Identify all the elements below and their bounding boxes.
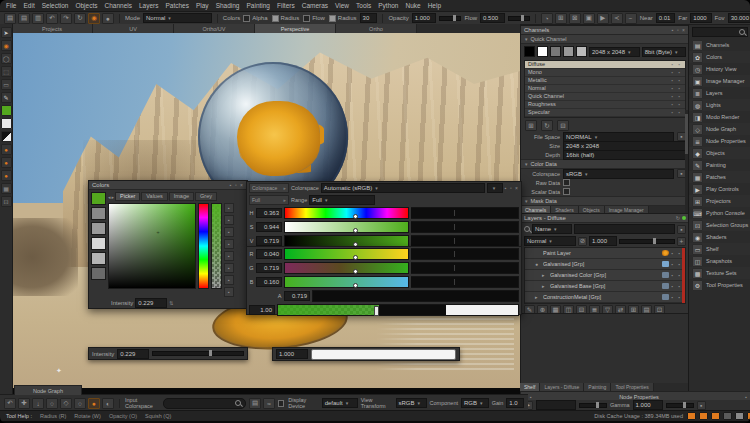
slider-value-field[interactable]: 0.363 (256, 208, 282, 218)
dock-tab[interactable]: Layers - Diffuse (540, 383, 584, 391)
channel-color-swatch[interactable] (576, 46, 587, 57)
color-swatch[interactable] (91, 252, 106, 265)
slider-value-field[interactable]: 0.160 (256, 277, 282, 287)
channel-row[interactable]: Metallic ▪ ▪ (525, 77, 685, 85)
lut-field[interactable] (536, 400, 576, 410)
tool-icon[interactable]: ● (1, 144, 12, 155)
slider-handle[interactable] (353, 214, 358, 219)
menu-item[interactable]: File (6, 2, 16, 9)
scalar-data-checkbox[interactable] (563, 188, 570, 195)
resolution-dropdown[interactable]: 2048 x 2048 (589, 47, 640, 57)
layers-panel-titlebar[interactable]: Layers - Diffuse ↻ (521, 214, 689, 223)
color-data-section[interactable]: ▼ Color Data (521, 159, 689, 169)
gain-field[interactable]: 1.0 (506, 398, 524, 408)
palette-item[interactable]: ▤ Channels (689, 39, 750, 51)
toolbar-icon[interactable]: ▤ (18, 13, 30, 24)
colors-tab[interactable]: Picker (115, 192, 140, 201)
picker-option-icon[interactable]: ▪ (224, 275, 234, 285)
palette-item[interactable]: ≣ Layers (689, 87, 750, 99)
file-space-dropdown[interactable]: NORMAL (563, 132, 674, 142)
color-swatch[interactable] (91, 207, 106, 220)
radius-field[interactable]: 30 (360, 13, 378, 23)
toolbar-icon[interactable]: − (625, 13, 637, 24)
color-swatch[interactable] (91, 192, 106, 205)
intensity-field[interactable]: 0.229 (117, 349, 149, 359)
toolbar-icon[interactable]: ● (102, 13, 114, 24)
palette-item[interactable]: ✎ Painting (689, 159, 750, 171)
toolbar-icon[interactable]: ▤ (4, 13, 16, 24)
color-managed-checkbox[interactable] (278, 400, 284, 407)
slider-value-field[interactable]: 0.040 (256, 249, 282, 259)
menu-item[interactable]: Painting (246, 2, 270, 9)
layer-caret-icon[interactable]: ▸ (535, 294, 540, 300)
value-slider-bar[interactable] (311, 349, 456, 360)
tool-icon[interactable]: ✎ (1, 92, 12, 103)
channel-color-swatch[interactable] (563, 46, 574, 57)
slider-gradient-strip[interactable] (284, 248, 409, 260)
palette-item[interactable]: ▩ Texture Sets (689, 267, 750, 279)
palette-item[interactable]: ◉ Shaders (689, 231, 750, 243)
toolbar-checkbox[interactable]: Radius (329, 15, 357, 22)
dock-tab[interactable]: Painting (584, 383, 611, 391)
menu-item[interactable]: Patches (165, 2, 189, 9)
toolbar-icon[interactable]: ◉ (88, 13, 100, 24)
menu-item[interactable]: View (335, 2, 349, 9)
channel-row[interactable]: Quick Channel ▪ ▪ (525, 93, 685, 101)
blend-amount-slider[interactable] (619, 239, 675, 244)
dock-tab[interactable]: Tool Properties (611, 383, 653, 391)
menu-item[interactable]: Selection (42, 2, 69, 9)
channel-row[interactable]: Specular ▪ ▪ (525, 109, 685, 117)
transform-tool-icon[interactable]: ◐ (102, 398, 114, 409)
toolbar-icon[interactable]: ▣ (583, 13, 595, 24)
layer-caret-icon[interactable]: ▸ (542, 272, 547, 278)
blend-amount-field[interactable]: 1.000 (589, 236, 617, 246)
opacity-field[interactable]: 1.000 (412, 13, 437, 23)
colorspace-icon[interactable]: ≈ (263, 398, 275, 409)
component-dropdown[interactable]: RGB (461, 398, 489, 408)
toolbar-icon[interactable]: ▶ (597, 13, 609, 24)
toolbar-icon[interactable]: ▥ (32, 13, 44, 24)
tool-icon[interactable]: ⬚ (1, 66, 12, 77)
toolbar-icon[interactable]: ↷ (60, 13, 72, 24)
layer-row[interactable]: ▸ Galvanised Base [Grp] ▪ ▪ (525, 281, 685, 292)
add-adjustment-icon[interactable]: + (677, 237, 686, 246)
slider-gradient-strip[interactable] (284, 207, 409, 219)
slider-handle[interactable] (353, 269, 358, 274)
mask-data-section[interactable]: ▼ Mask Data (521, 196, 689, 206)
tab-scroll-left-icon[interactable]: ◂ (108, 194, 111, 200)
menu-item[interactable]: Nuke (405, 2, 420, 9)
menu-item[interactable]: Help (428, 2, 441, 9)
channels-panel-titlebar[interactable]: Channels (521, 26, 689, 35)
layer-row[interactable]: ▸ ConstructionMetal [Grp] ▪ ▪ (525, 292, 685, 303)
color-swatch[interactable] (91, 222, 106, 235)
picker-option-icon[interactable]: ▪ (224, 287, 234, 297)
picker-option-icon[interactable]: ▪ (224, 251, 234, 261)
palette-item[interactable]: ✿ Colors (689, 51, 750, 63)
colors-tab[interactable]: Image (169, 192, 194, 201)
tool-icon[interactable] (1, 105, 12, 116)
slider-extension-strip[interactable] (411, 262, 519, 274)
node-graph-tab[interactable]: Node Graph (14, 385, 82, 395)
saturation-value-picker[interactable] (108, 203, 196, 289)
value-field[interactable]: 1.000 (276, 349, 308, 359)
channel-row[interactable]: Mono ▪ ▪ (525, 69, 685, 77)
channel-color-swatch[interactable] (524, 46, 535, 57)
channel-row[interactable]: Diffuse ▪ ▪ (525, 61, 685, 69)
palette-item[interactable]: ⊞ Projectors (689, 195, 750, 207)
slider-extension-strip[interactable] (411, 248, 519, 260)
intensity-slider[interactable] (152, 351, 244, 356)
slider-gradient-strip[interactable] (284, 221, 409, 233)
panel-window-buttons-icon[interactable] (672, 27, 686, 33)
tool-icon[interactable] (1, 131, 12, 142)
view-transform-dropdown[interactable]: sRGB (396, 398, 427, 408)
panel-handle-icon[interactable]: ▪ ▸ (745, 394, 750, 400)
dock-tab[interactable]: Shelf (520, 383, 540, 391)
palette-item[interactable]: ⚙ Tool Properties (689, 279, 750, 291)
transform-tool-icon[interactable]: ● (88, 398, 100, 409)
palette-item[interactable]: ▦ Patches (689, 171, 750, 183)
alpha-value-field[interactable]: 0.719 (284, 291, 310, 301)
palette-item[interactable]: ◆ Objects (689, 147, 750, 159)
menu-item[interactable]: Python (378, 2, 398, 9)
far-field[interactable]: 1000 (690, 13, 711, 23)
quick-channel-header[interactable]: ▼ Quick Channel (521, 35, 689, 44)
